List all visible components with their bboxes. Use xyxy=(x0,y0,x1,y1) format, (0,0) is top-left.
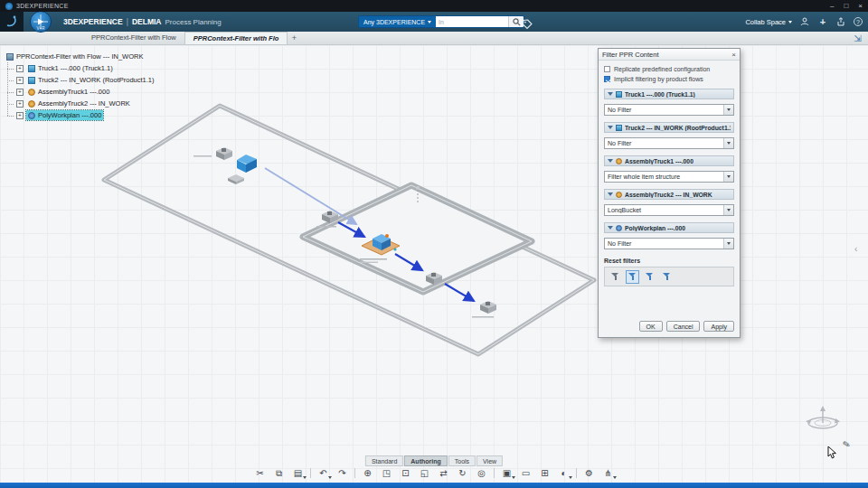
add-icon[interactable]: + xyxy=(817,16,828,27)
collab-space-dropdown[interactable]: Collab Space xyxy=(745,18,792,26)
search-scope-dropdown[interactable]: Any 3DEXPERIENCE xyxy=(359,16,436,27)
tree-item-label: PolyWorkplan ---.000 xyxy=(38,111,101,119)
section-header-assemblytruck1[interactable]: AssemblyTruck1 ---.000 xyxy=(604,155,734,166)
ok-button[interactable]: OK xyxy=(639,321,663,332)
paste-button[interactable]: ▤ xyxy=(289,466,307,480)
dropdown-arrow-icon[interactable] xyxy=(723,239,733,249)
3dexperience-compass-icon[interactable]: V+R xyxy=(30,11,52,33)
tree-item-assemblytruck1[interactable]: + AssemblyTruck1 ---.000 xyxy=(5,86,156,98)
app-header: V+R 3DEXPERIENCE | DELMIA Process Planni… xyxy=(0,12,868,32)
tab-pprcontext-filter-1[interactable]: PPRContext-Filter with Flow xyxy=(83,32,184,44)
cut-button[interactable]: ✂ xyxy=(251,466,269,480)
section-label: Truck1 ---.000 (Truck1.1) xyxy=(625,91,695,98)
reset-filter-button-2[interactable] xyxy=(626,270,639,284)
close-button[interactable]: × xyxy=(858,0,863,12)
filter-dropdown-truck1[interactable]: No Filter xyxy=(604,104,734,116)
view-cube-button[interactable]: ◳ xyxy=(378,466,395,480)
section-header-assemblytruck2[interactable]: AssemblyTruck2 --- IN_WORK xyxy=(604,189,734,200)
pan-button[interactable]: ⇄ xyxy=(435,466,452,480)
checkbox-replicate-configuration[interactable]: Replicate predefined configuration xyxy=(604,66,734,72)
panel-collapse-icon[interactable]: ‹ xyxy=(854,244,857,254)
apply-button[interactable]: Apply xyxy=(703,321,734,332)
user-icon[interactable] xyxy=(799,16,810,27)
taskbar[interactable] xyxy=(0,483,868,488)
tree-item-polyworkplan[interactable]: + PolyWorkplan ---.000 xyxy=(5,109,156,121)
section-header-truck2[interactable]: Truck2 --- IN_WORK (RootProduct1.1) xyxy=(604,122,734,133)
capture-button[interactable]: ▣ xyxy=(498,466,515,480)
reset-filter-button-1[interactable] xyxy=(609,270,622,284)
collab-space-label: Collab Space xyxy=(745,18,786,26)
tag-icon[interactable] xyxy=(522,17,533,28)
filter-dropdown-truck2[interactable]: No Filter xyxy=(604,137,734,149)
tab-authoring[interactable]: Authoring xyxy=(404,455,447,466)
fit-all-button[interactable]: ◱ xyxy=(416,466,433,480)
tree-item-truck1[interactable]: + Truck1 ---.000 (Truck1.1) xyxy=(5,62,156,74)
multi-view-button[interactable]: ⊞ xyxy=(536,466,553,480)
zoom-area-button[interactable]: ⊡ xyxy=(397,466,414,480)
redo-button[interactable]: ↷ xyxy=(334,466,351,480)
new-tab-button[interactable]: + xyxy=(288,32,300,44)
checkbox-icon[interactable] xyxy=(604,66,610,72)
filter-ppr-dialog: Filter PPR Content × Replicate predefine… xyxy=(598,48,741,338)
fullscreen-icon[interactable]: ⇲ xyxy=(852,33,863,44)
window-title: 3DEXPERIENCE xyxy=(16,3,69,9)
tab-pprcontext-filter-2-active[interactable]: PPRContext-Filter with Flo xyxy=(184,32,288,44)
checkbox-checked-icon[interactable] xyxy=(604,76,610,82)
maximize-button[interactable]: □ xyxy=(844,0,848,12)
expand-icon[interactable]: + xyxy=(16,77,24,84)
tab-standard[interactable]: Standard xyxy=(365,455,403,466)
dialog-title: Filter PPR Content xyxy=(602,51,659,59)
structure-tree-button[interactable]: ⋔ xyxy=(599,466,617,480)
section-header-truck1[interactable]: Truck1 ---.000 (Truck1.1) xyxy=(604,89,734,99)
view-compass[interactable] xyxy=(806,406,840,428)
filter-dropdown-polyworkplan[interactable]: No Filter xyxy=(604,238,734,249)
cancel-button[interactable]: Cancel xyxy=(666,321,701,332)
chevron-down-icon xyxy=(328,476,332,479)
zoom-in-button[interactable]: ⊕ xyxy=(359,466,376,480)
settings-button[interactable]: ⚙ xyxy=(580,466,598,480)
tree-item-assemblytruck2[interactable]: + AssemblyTruck2 --- IN_WORK xyxy=(5,98,156,109)
house-marker[interactable] xyxy=(237,155,257,173)
tree-item-ppr-context[interactable]: PPRContext-Filter with Flow --- IN_WORK xyxy=(5,51,156,62)
dassault-logo-icon[interactable] xyxy=(0,12,24,32)
dropdown-arrow-icon[interactable] xyxy=(723,105,733,115)
chevron-down-icon xyxy=(512,476,515,479)
dropdown-arrow-icon[interactable] xyxy=(723,205,733,215)
reset-filter-button-3[interactable] xyxy=(643,270,656,284)
share-icon[interactable] xyxy=(835,16,846,27)
expand-icon[interactable]: + xyxy=(16,65,24,72)
screen-button[interactable]: ▭ xyxy=(517,466,534,480)
dropdown-arrow-icon[interactable] xyxy=(723,172,733,182)
filter-dropdown-assemblytruck2[interactable]: LongBucket xyxy=(604,204,734,216)
undo-button[interactable]: ↶ xyxy=(315,466,332,480)
workplan-icon xyxy=(28,112,35,119)
rotate-button[interactable]: ↻ xyxy=(454,466,471,480)
help-icon[interactable]: ? xyxy=(854,17,863,26)
dropdown-arrow-icon[interactable] xyxy=(723,138,733,148)
expand-icon[interactable]: + xyxy=(16,100,24,108)
expand-icon[interactable]: + xyxy=(16,112,24,119)
minimize-button[interactable]: – xyxy=(830,0,834,12)
reset-filter-button-4[interactable] xyxy=(660,270,674,284)
center-view-button[interactable]: ◎ xyxy=(473,466,490,480)
chevron-down-icon xyxy=(788,21,792,23)
section-header-polyworkplan[interactable]: PolyWorkplan ---.000 xyxy=(604,222,734,233)
process-icon xyxy=(28,89,35,96)
tree-item-truck2[interactable]: + Truck2 --- IN_WORK (RootProduct1.1) xyxy=(5,74,156,86)
render-style-button[interactable]: ◐ xyxy=(555,466,572,480)
tab-tools[interactable]: Tools xyxy=(448,455,476,466)
search-input[interactable] xyxy=(436,16,508,27)
collapse-triangle-icon xyxy=(608,92,613,96)
dialog-titlebar[interactable]: Filter PPR Content × xyxy=(599,49,740,61)
pallet[interactable] xyxy=(228,174,244,184)
specification-tree: PPRContext-Filter with Flow --- IN_WORK … xyxy=(5,51,156,121)
expand-icon[interactable]: + xyxy=(16,89,24,96)
tab-view[interactable]: View xyxy=(476,455,503,466)
close-icon[interactable]: × xyxy=(731,49,736,61)
workstation-4[interactable] xyxy=(480,301,496,314)
dropdown-value: No Filter xyxy=(605,140,723,146)
checkbox-implicit-filtering[interactable]: Implicit filtering by product flows xyxy=(604,76,734,82)
copy-button[interactable]: ⧉ xyxy=(270,466,288,480)
workstation-source[interactable] xyxy=(216,147,232,160)
filter-dropdown-assemblytruck1[interactable]: Filter whole item structure xyxy=(604,171,734,183)
